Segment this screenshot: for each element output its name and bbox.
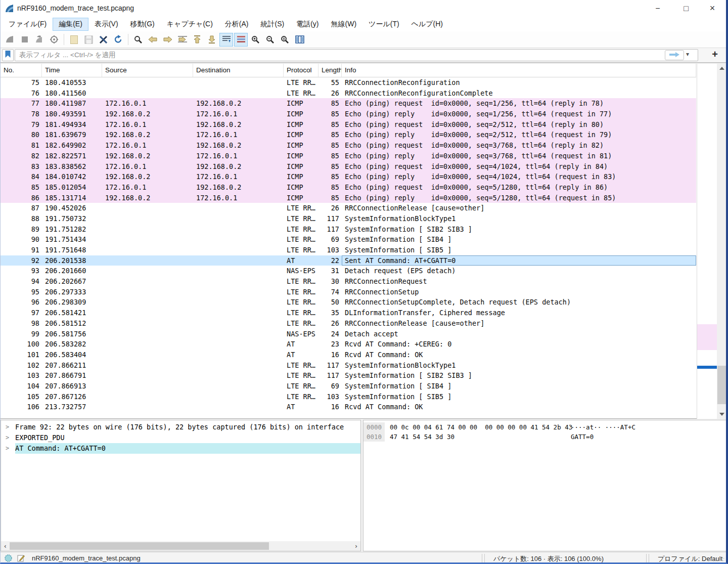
save-file-icon[interactable] xyxy=(82,33,96,47)
resize-grip[interactable]: .:: xyxy=(719,556,725,562)
packet-row[interactable]: 92206.201538AT22Sent AT Command: AT+CGAT… xyxy=(1,255,696,266)
column-header[interactable]: Destination xyxy=(193,64,284,77)
cell-src[interactable]: 192.168.0.2 xyxy=(102,171,193,182)
packet-row[interactable]: 105207.867126LTE RR…103SystemInformation… xyxy=(1,392,696,402)
cell-no[interactable]: 98 xyxy=(1,318,42,329)
cell-len[interactable]: 85 xyxy=(318,182,342,193)
cell-len[interactable]: 117 xyxy=(318,213,342,224)
detail-row[interactable]: >AT Command: AT+CGATT=0 xyxy=(1,443,360,454)
cell-info[interactable]: SystemInformationBlockType1 xyxy=(342,213,696,224)
hex-row[interactable]: 000000 0c 00 04 61 74 00 00 00 00 00 00 … xyxy=(363,422,726,432)
cell-src[interactable] xyxy=(102,276,193,287)
cell-time[interactable]: 191.751282 xyxy=(42,224,102,235)
cell-proto[interactable]: LTE RR… xyxy=(284,370,318,381)
cell-time[interactable]: 181.494934 xyxy=(42,119,102,130)
cell-proto[interactable]: NAS-EPS xyxy=(284,329,318,339)
cell-info[interactable]: SystemInformation [ SIB4 ] xyxy=(342,234,696,245)
cell-time[interactable]: 181.639679 xyxy=(42,129,102,140)
cell-time[interactable]: 185.131714 xyxy=(42,193,102,203)
cell-no[interactable]: 86 xyxy=(1,193,42,203)
packet-row[interactable]: 98206.581512LTE RR…26RRCConnectionReleas… xyxy=(1,318,696,329)
expander-chevron-icon[interactable]: > xyxy=(6,422,9,432)
cell-time[interactable]: 206.583282 xyxy=(42,339,102,350)
packet-row[interactable]: 77180.411987172.16.0.1192.168.0.2ICMP85E… xyxy=(1,98,696,109)
cell-src[interactable] xyxy=(102,287,193,297)
cell-src[interactable] xyxy=(102,318,193,329)
column-header[interactable]: Time xyxy=(42,64,102,77)
zoom-out-icon[interactable] xyxy=(263,33,277,47)
cell-src[interactable] xyxy=(102,308,193,318)
cell-proto[interactable]: LTE RR… xyxy=(284,234,318,245)
cell-len[interactable]: 85 xyxy=(318,193,342,203)
cell-info[interactable]: Echo (ping) request id=0x0000, seq=3/768… xyxy=(342,140,696,151)
menu-item[interactable]: ファイル(F) xyxy=(3,18,53,31)
cell-len[interactable]: 103 xyxy=(318,392,342,402)
cell-src[interactable] xyxy=(102,88,193,99)
packet-row[interactable]: 95206.297333LTE RR…74RRCConnectionSetup xyxy=(1,287,696,297)
cell-proto[interactable]: LTE RR… xyxy=(284,77,318,88)
cell-time[interactable]: 206.581421 xyxy=(42,308,102,318)
cell-no[interactable]: 95 xyxy=(1,287,42,297)
cell-dst[interactable]: 172.16.0.1 xyxy=(193,129,284,140)
cell-no[interactable]: 105 xyxy=(1,392,42,402)
cell-len[interactable]: 85 xyxy=(318,140,342,151)
cell-proto[interactable]: ICMP xyxy=(284,171,318,182)
cell-src[interactable] xyxy=(102,350,193,360)
cell-proto[interactable]: ICMP xyxy=(284,140,318,151)
cell-no[interactable]: 77 xyxy=(1,98,42,109)
cell-src[interactable] xyxy=(102,370,193,381)
cell-no[interactable]: 78 xyxy=(1,109,42,119)
cell-proto[interactable]: LTE RR… xyxy=(284,360,318,371)
cell-len[interactable]: 16 xyxy=(318,402,342,412)
cell-no[interactable]: 90 xyxy=(1,234,42,245)
cell-len[interactable]: 31 xyxy=(318,266,342,276)
menu-item[interactable]: 表示(V) xyxy=(88,18,124,31)
cell-time[interactable]: 206.581756 xyxy=(42,329,102,339)
resize-columns-icon[interactable] xyxy=(293,33,306,47)
column-header[interactable]: Source xyxy=(102,64,193,77)
cell-no[interactable]: 81 xyxy=(1,140,42,151)
cell-len[interactable]: 85 xyxy=(318,98,342,109)
cell-proto[interactable]: ICMP xyxy=(284,161,318,172)
cell-time[interactable]: 206.581512 xyxy=(42,318,102,329)
cell-src[interactable]: 192.168.0.2 xyxy=(102,151,193,161)
hex-ascii[interactable]: GATT=0 xyxy=(571,432,594,442)
cell-dst[interactable] xyxy=(193,203,284,213)
cell-time[interactable]: 206.297333 xyxy=(42,287,102,297)
hex-ascii[interactable]: ····at·· ····AT+C xyxy=(571,422,635,432)
cell-info[interactable]: SystemInformation [ SIB5 ] xyxy=(342,245,696,255)
menu-item[interactable]: 移動(G) xyxy=(124,18,161,31)
horizontal-scrollbar-thumb[interactable] xyxy=(10,542,269,550)
cell-time[interactable]: 191.750732 xyxy=(42,213,102,224)
apply-filter-button[interactable] xyxy=(665,50,684,60)
cell-time[interactable]: 206.201538 xyxy=(42,255,102,266)
packet-row[interactable]: 94206.202667LTE RR…30RRCConnectionReques… xyxy=(1,276,696,287)
cell-len[interactable]: 55 xyxy=(318,77,342,88)
cell-proto[interactable]: ICMP xyxy=(284,151,318,161)
cell-dst[interactable] xyxy=(193,234,284,245)
go-forward-icon[interactable] xyxy=(161,33,174,47)
cell-no[interactable]: 76 xyxy=(1,88,42,99)
packet-row[interactable]: 93206.201660NAS-EPS31Detach request (EPS… xyxy=(1,266,696,276)
maximize-button[interactable]: □ xyxy=(674,0,698,17)
packet-row[interactable]: 106213.732757AT16Rcvd AT Command: OK xyxy=(1,402,696,412)
column-header[interactable]: Length xyxy=(318,64,342,77)
capture-comment-icon[interactable] xyxy=(17,554,25,563)
cell-dst[interactable] xyxy=(193,266,284,276)
cell-no[interactable]: 88 xyxy=(1,213,42,224)
cell-no[interactable]: 97 xyxy=(1,308,42,318)
cell-src[interactable] xyxy=(102,360,193,371)
cell-proto[interactable]: AT xyxy=(284,339,318,350)
packet-row[interactable]: 80181.639679192.168.0.2172.16.0.1ICMP85E… xyxy=(1,129,696,140)
cell-info[interactable]: RRCConnectionSetup xyxy=(342,287,696,297)
menu-item[interactable]: ツール(T) xyxy=(362,18,405,31)
cell-len[interactable]: 26 xyxy=(318,88,342,99)
cell-dst[interactable] xyxy=(193,297,284,308)
cell-len[interactable]: 117 xyxy=(318,370,342,381)
cell-info[interactable]: Rcvd AT Command: OK xyxy=(342,350,696,360)
scroll-right-arrow-icon[interactable]: › xyxy=(352,541,360,551)
packet-row[interactable]: 87190.452026LTE RR…26RRCConnectionReleas… xyxy=(1,203,696,213)
packet-row[interactable]: 83183.838562172.16.0.1192.168.0.2ICMP85E… xyxy=(1,161,696,172)
go-back-icon[interactable] xyxy=(146,33,160,47)
cell-info[interactable]: Echo (ping) request id=0x0000, seq=2/512… xyxy=(342,119,696,130)
